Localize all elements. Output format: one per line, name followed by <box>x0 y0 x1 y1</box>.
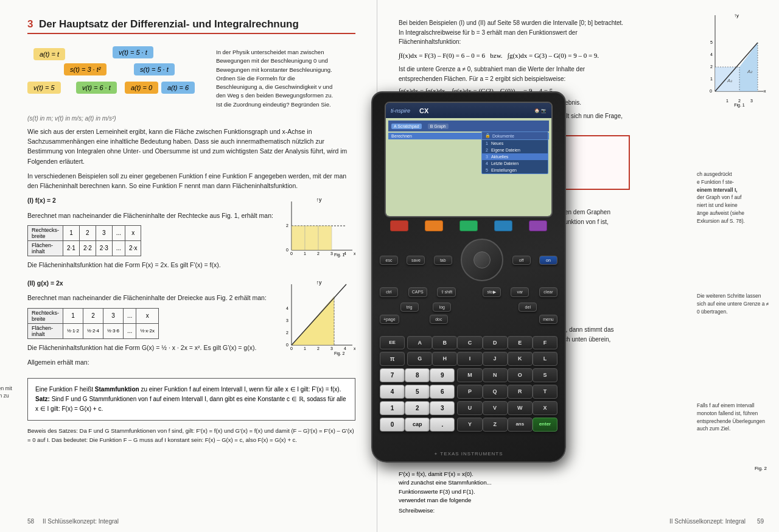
formula1: Die Flächeninhaltsfunktion hat die Form … <box>27 260 279 270</box>
menu-button[interactable]: menu <box>539 315 557 324</box>
svg-text:4: 4 <box>344 346 346 351</box>
a-button[interactable]: A <box>407 336 432 349</box>
svg-text:4: 4 <box>710 52 713 57</box>
submenu-item-3[interactable]: 3 Aktuelles <box>482 153 548 160</box>
f1-button[interactable] <box>390 220 408 231</box>
label-vt-5t: v(t) = 5 · t <box>113 46 153 58</box>
v-button[interactable]: V <box>483 401 508 415</box>
f4-button[interactable] <box>494 220 512 231</box>
p-button[interactable]: P <box>457 385 482 399</box>
n2-button[interactable]: 2 <box>405 401 430 415</box>
pi-button[interactable]: π <box>380 352 405 366</box>
chapter-number: 3 <box>27 18 33 30</box>
page-up-button[interactable]: +page <box>380 315 399 324</box>
r-button[interactable]: R <box>508 385 533 399</box>
shift-button[interactable]: ⇧shift <box>437 287 456 297</box>
right-para1: Ist die untere Grenze a ≠ 0, subtrahiert… <box>399 65 630 83</box>
f2-button[interactable] <box>425 220 443 231</box>
n5-button[interactable]: 5 <box>405 385 430 399</box>
n8-button[interactable]: 8 <box>405 368 430 382</box>
var-button[interactable]: var <box>511 287 529 297</box>
svg-text:2: 2 <box>317 346 320 351</box>
off-button[interactable]: off <box>512 256 531 265</box>
submenu-item-2[interactable]: 2 Eigene Dateien <box>482 147 548 153</box>
c-button[interactable]: C <box>457 336 482 349</box>
trig-button[interactable]: trig <box>400 303 419 312</box>
nav-buttons-row: esc save tab off on <box>380 239 557 281</box>
m-button[interactable]: M <box>457 368 482 382</box>
scratchpad-menu[interactable]: A Scratchpad <box>391 124 422 129</box>
i-button[interactable]: I <box>457 352 482 366</box>
example1-label: (I) f(x) = 2 <box>27 195 279 205</box>
o-button[interactable]: O <box>508 368 533 382</box>
b-button[interactable]: B <box>432 336 457 349</box>
esc-button[interactable]: esc <box>380 256 398 265</box>
k-button[interactable]: K <box>508 352 533 366</box>
n3-button[interactable]: 3 <box>430 401 455 415</box>
label-vt-5: v(t) = 5 <box>27 82 61 94</box>
ee-button[interactable]: EE <box>380 336 405 349</box>
f5-button[interactable] <box>529 220 547 231</box>
svg-text:0: 0 <box>710 89 712 93</box>
n7-button[interactable]: 7 <box>380 368 405 382</box>
f3-button[interactable] <box>459 220 478 231</box>
n0-button[interactable]: 0 <box>380 418 405 432</box>
e-button[interactable]: E <box>508 336 533 349</box>
y-button[interactable]: Y <box>457 418 482 432</box>
capture-button[interactable]: cap <box>405 418 430 432</box>
j-button[interactable]: J <box>483 352 508 366</box>
d-button[interactable]: D <box>483 336 508 349</box>
label-vt-6t: v(t) = 6 · t <box>76 82 117 94</box>
label-at-6: a(t) = 6 <box>161 82 195 94</box>
caps-button[interactable]: CAPS <box>408 287 427 297</box>
submenu-item-5[interactable]: 5 Einstellungen <box>482 167 548 173</box>
texas-instruments-text: TEXAS INSTRUMENTS <box>440 451 503 457</box>
dpad-center[interactable] <box>473 251 491 268</box>
n-button[interactable]: N <box>483 368 508 382</box>
g-button[interactable]: G <box>407 352 432 366</box>
svg-rect-5 <box>305 226 318 250</box>
q-button[interactable]: Q <box>483 385 508 399</box>
graph1-svg: ↑y 0 1 2 3 4 x 2 0 <box>285 195 355 262</box>
svg-text:3: 3 <box>330 346 333 351</box>
save-button[interactable]: save <box>407 256 425 265</box>
clear-button[interactable]: clear <box>539 287 557 297</box>
f-button[interactable]: F <box>533 336 557 349</box>
dot-button[interactable]: . <box>430 418 455 432</box>
n6-button[interactable]: 6 <box>430 385 455 399</box>
del-button[interactable]: del <box>519 303 537 312</box>
n4-button[interactable]: 4 <box>380 385 405 399</box>
n9-button[interactable]: 9 <box>430 368 455 382</box>
svg-text:2: 2 <box>286 331 288 335</box>
ans-button[interactable]: ans <box>508 418 533 432</box>
h-button[interactable]: H <box>432 352 457 366</box>
sto-button[interactable]: sto▶ <box>483 287 501 297</box>
on-button[interactable]: on <box>539 256 557 265</box>
submenu-item-4[interactable]: 4 Letzte Dateien <box>482 160 548 167</box>
ctrl-button[interactable]: ctrl <box>380 287 398 297</box>
svg-text:Fig. 2: Fig. 2 <box>334 351 345 356</box>
nav-row2: ctrl CAPS ⇧shift sto▶ var clear <box>380 287 557 297</box>
log-button[interactable]: log <box>433 303 451 312</box>
dpad-outer[interactable] <box>461 239 503 281</box>
n1-button[interactable]: 1 <box>380 401 405 415</box>
right-side-note3: Falls f auf einem Intervall monoton fall… <box>697 402 770 433</box>
svg-text:Fig. 1: Fig. 1 <box>734 103 745 108</box>
w-button[interactable]: W <box>508 401 533 415</box>
tab-button[interactable]: tab <box>434 256 452 265</box>
enter-button[interactable]: enter <box>533 418 557 432</box>
submenu-item-1[interactable]: 1 Neues <box>482 140 548 147</box>
z-button[interactable]: Z <box>483 418 508 432</box>
graph2-svg: ↑y 0 1 2 3 4 x 4 3 <box>285 278 355 357</box>
graph-menu[interactable]: B Graph <box>428 124 449 129</box>
flaechen-intro: In verschiedenen Beispielen soll zu eine… <box>27 171 355 191</box>
units-note: (s(t) in m; v(t) in m/s; a(t) in m/s²) <box>27 115 355 122</box>
t-button[interactable]: T <box>533 385 557 399</box>
u-button[interactable]: U <box>457 401 482 415</box>
svg-text:2: 2 <box>317 251 320 256</box>
s-button[interactable]: S <box>533 368 557 382</box>
numpad-row-bottom: 0 cap . Y Z ans enter <box>380 418 557 432</box>
doc-button[interactable]: doc <box>430 315 448 324</box>
l-button[interactable]: L <box>533 352 557 366</box>
x-button[interactable]: X <box>533 401 557 415</box>
